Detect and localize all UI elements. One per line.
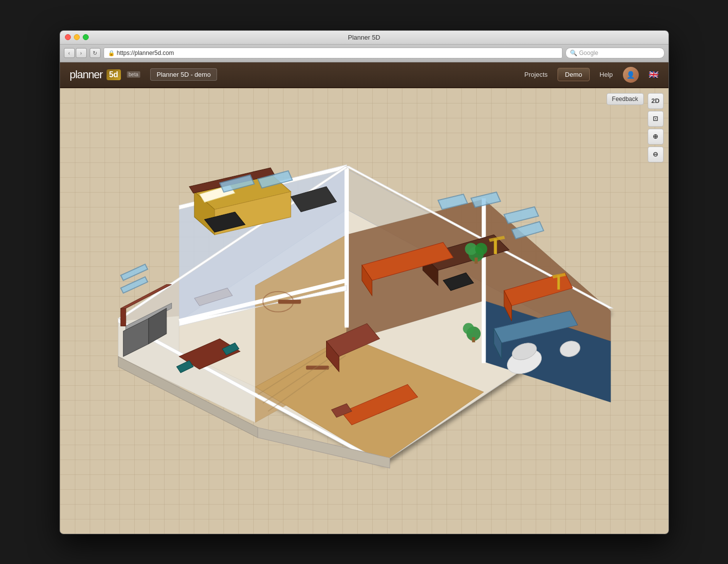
right-toolbar: 2D ⊡ ⊕ ⊖ (648, 93, 664, 162)
svg-rect-11 (344, 167, 348, 327)
logo-5d: 5d (107, 69, 121, 80)
view-2d-button[interactable]: 2D (648, 93, 664, 109)
search-placeholder: Google (579, 50, 599, 56)
traffic-lights (65, 34, 89, 40)
zoom-out-button[interactable]: ⊖ (648, 147, 664, 162)
canvas-area[interactable]: Feedback 2D ⊡ ⊕ ⊖ (60, 88, 669, 534)
window-title: Planner 5D (348, 34, 380, 41)
project-name[interactable]: Planner 5D - demo (150, 68, 217, 81)
title-bar: Planner 5D (60, 31, 669, 45)
svg-marker-59 (471, 192, 500, 207)
avatar[interactable]: 👤 (623, 67, 639, 83)
browser-window: Planner 5D ‹ › ↻ 🔒 https://planner5d.com… (59, 30, 669, 534)
floorplan-svg[interactable] (70, 108, 644, 524)
svg-point-56 (475, 243, 487, 255)
svg-marker-32 (120, 308, 125, 326)
svg-rect-48 (494, 239, 497, 254)
floorplan-container (70, 108, 644, 524)
header-nav: Projects Demo Help 👤 🇬🇧 (524, 67, 658, 83)
nav-buttons: ‹ › (64, 48, 87, 58)
svg-rect-57 (474, 257, 477, 263)
url-bar: ‹ › ↻ 🔒 https://planner5d.com 🔍 Google (60, 45, 669, 62)
svg-rect-20 (278, 300, 301, 304)
url-field[interactable]: 🔒 https://planner5d.com (104, 48, 562, 58)
nav-projects-link[interactable]: Projects (524, 71, 548, 78)
search-field[interactable]: 🔍 Google (565, 48, 665, 58)
feedback-button[interactable]: Feedback (607, 93, 644, 105)
logo-text: planner (70, 68, 103, 81)
svg-marker-61 (511, 221, 544, 239)
minimize-button[interactable] (74, 34, 80, 40)
zoom-out-icon: ⊖ (653, 151, 658, 158)
camera-icon: ⊡ (653, 115, 658, 122)
close-button[interactable] (65, 34, 71, 40)
back-button[interactable]: ‹ (64, 48, 75, 58)
camera-button[interactable]: ⊡ (648, 111, 664, 127)
nav-help-link[interactable]: Help (600, 71, 613, 78)
project-name-area: Planner 5D - demo (150, 68, 217, 81)
app-header: planner 5d beta Planner 5D - demo Projec… (60, 62, 669, 88)
forward-button[interactable]: › (76, 48, 87, 58)
nav-demo-button[interactable]: Demo (558, 68, 590, 81)
url-text: https://planner5d.com (117, 50, 174, 56)
zoom-in-button[interactable]: ⊕ (648, 129, 664, 145)
maximize-button[interactable] (83, 34, 89, 40)
svg-marker-60 (504, 206, 539, 223)
search-icon: 🔍 (570, 50, 577, 56)
svg-rect-75 (472, 337, 475, 342)
beta-badge: beta (127, 71, 140, 78)
refresh-button[interactable]: ↻ (90, 48, 101, 58)
svg-rect-15 (482, 198, 486, 363)
svg-point-74 (463, 323, 474, 334)
zoom-in-icon: ⊕ (653, 133, 658, 140)
language-flag[interactable]: 🇬🇧 (649, 70, 659, 79)
lock-icon: 🔒 (108, 50, 115, 56)
logo-area: planner 5d beta (70, 68, 141, 81)
